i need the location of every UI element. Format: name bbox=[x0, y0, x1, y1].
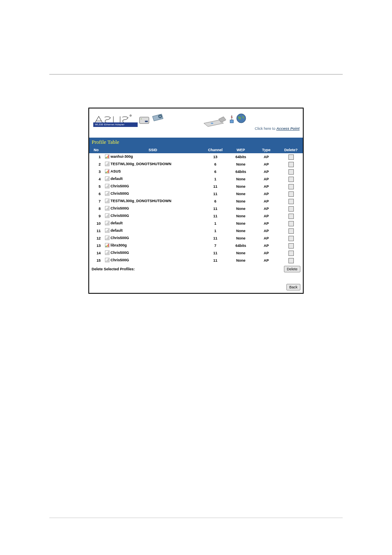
signal-icon bbox=[105, 243, 110, 248]
access-point-link[interactable]: Access Point bbox=[276, 127, 300, 131]
cell-channel: 13 bbox=[203, 153, 228, 161]
cell-channel: 6 bbox=[203, 198, 228, 205]
delete-checkbox[interactable] bbox=[288, 221, 294, 226]
ssid-link[interactable]: libra300g bbox=[111, 243, 127, 247]
delete-checkbox[interactable] bbox=[288, 251, 294, 256]
signal-icon bbox=[105, 169, 110, 174]
delete-checkbox[interactable] bbox=[288, 162, 294, 167]
cell-ssid: Chris500G bbox=[103, 235, 203, 242]
delete-checkbox[interactable] bbox=[288, 199, 294, 204]
table-row: 2 TESTWL300g_DONOTSHUTDOWN6NoneAP bbox=[89, 161, 303, 168]
cell-delete bbox=[279, 249, 303, 257]
cell-ssid: Chris500G bbox=[103, 212, 203, 220]
col-delete: Delete? bbox=[279, 147, 303, 153]
svg-rect-34 bbox=[108, 192, 109, 196]
cell-wep: None bbox=[228, 175, 254, 183]
delete-checkbox[interactable] bbox=[288, 169, 294, 175]
svg-rect-58 bbox=[108, 237, 109, 240]
cell-type: AP bbox=[254, 212, 279, 220]
top-divider bbox=[49, 74, 343, 75]
globe-icon bbox=[236, 113, 246, 123]
cell-no: 13 bbox=[89, 242, 103, 249]
delete-checkbox[interactable] bbox=[288, 236, 294, 241]
svg-rect-44 bbox=[106, 216, 106, 218]
signal-icon bbox=[105, 213, 110, 218]
delete-checkbox[interactable] bbox=[288, 177, 294, 182]
svg-rect-54 bbox=[108, 229, 109, 233]
ssid-link[interactable]: Chris500G bbox=[111, 236, 129, 240]
cell-wep: 64bits bbox=[228, 153, 254, 161]
ssid-link[interactable]: Chris500G bbox=[111, 206, 129, 210]
svg-rect-56 bbox=[106, 239, 106, 240]
cell-type: AP bbox=[254, 183, 279, 190]
ap-tower-icon bbox=[229, 114, 235, 123]
ssid-link[interactable]: default bbox=[111, 221, 123, 225]
ssid-link[interactable]: Chris500G bbox=[111, 258, 129, 262]
ssid-link[interactable]: wanhui-300g bbox=[111, 154, 133, 159]
signal-icon bbox=[105, 176, 110, 181]
svg-rect-3 bbox=[145, 121, 148, 122]
cell-wep: None bbox=[228, 161, 254, 168]
table-row: 9 Chris500G11NoneAP bbox=[89, 212, 303, 220]
cell-no: 3 bbox=[89, 168, 103, 175]
svg-rect-21 bbox=[107, 171, 108, 173]
svg-point-10 bbox=[237, 114, 246, 123]
svg-rect-50 bbox=[108, 222, 109, 225]
cell-channel: 11 bbox=[203, 205, 228, 212]
cell-channel: 6 bbox=[203, 168, 228, 175]
delete-checkbox[interactable] bbox=[288, 214, 294, 219]
cell-no: 8 bbox=[89, 205, 103, 212]
cell-wep: None bbox=[228, 190, 254, 198]
delete-checkbox[interactable] bbox=[288, 206, 294, 212]
ssid-link[interactable]: Chris500G bbox=[111, 251, 129, 255]
delete-checkbox[interactable] bbox=[288, 258, 294, 263]
delete-checkbox[interactable] bbox=[288, 184, 294, 189]
svg-rect-33 bbox=[107, 193, 108, 195]
svg-rect-12 bbox=[106, 157, 106, 159]
delete-checkbox[interactable] bbox=[288, 228, 294, 234]
delete-checkbox[interactable] bbox=[288, 243, 294, 249]
cell-channel: 11 bbox=[203, 190, 228, 198]
ssid-link[interactable]: ASUS bbox=[111, 169, 121, 173]
svg-rect-60 bbox=[106, 246, 106, 247]
svg-rect-52 bbox=[106, 231, 106, 233]
svg-rect-46 bbox=[108, 214, 109, 218]
delete-checkbox[interactable] bbox=[288, 191, 294, 197]
delete-button[interactable]: Delete bbox=[284, 266, 300, 272]
svg-rect-26 bbox=[108, 177, 109, 181]
cell-type: AP bbox=[254, 168, 279, 175]
ssid-link[interactable]: default bbox=[111, 228, 123, 233]
cell-no: 14 bbox=[89, 249, 103, 257]
ssid-link[interactable]: default bbox=[111, 177, 123, 181]
cell-ssid: Chris500G bbox=[103, 183, 203, 190]
ssid-link[interactable]: Chris500G bbox=[111, 214, 129, 218]
ssid-link[interactable]: Chris500G bbox=[111, 191, 129, 196]
svg-rect-28 bbox=[106, 187, 106, 188]
signal-icon bbox=[105, 161, 110, 166]
cell-no: 6 bbox=[89, 190, 103, 198]
back-button[interactable]: Back bbox=[286, 284, 300, 290]
svg-rect-38 bbox=[108, 200, 109, 203]
cell-type: AP bbox=[254, 161, 279, 168]
access-point-link-wrap: Click here to Access Point bbox=[255, 127, 300, 131]
ssid-link[interactable]: TESTWL300g_DONOTSHUTDOWN bbox=[111, 162, 171, 166]
svg-point-6 bbox=[211, 123, 213, 124]
cell-no: 2 bbox=[89, 161, 103, 168]
svg-rect-61 bbox=[107, 245, 108, 247]
svg-rect-30 bbox=[108, 185, 109, 188]
svg-rect-48 bbox=[106, 224, 106, 225]
table-row: 3 ASUS664bitsAP bbox=[89, 168, 303, 175]
cell-no: 12 bbox=[89, 235, 103, 242]
svg-rect-14 bbox=[108, 155, 109, 159]
ssid-link[interactable]: Chris500G bbox=[111, 184, 129, 188]
svg-rect-40 bbox=[106, 209, 106, 210]
delete-checkbox[interactable] bbox=[288, 154, 294, 160]
cell-wep: 64bits bbox=[228, 168, 254, 175]
table-row: 6 Chris500G11NoneAP bbox=[89, 190, 303, 198]
svg-rect-64 bbox=[106, 253, 106, 255]
cell-ssid: Chris500G bbox=[103, 249, 203, 257]
signal-icon bbox=[105, 206, 110, 211]
ssid-link[interactable]: TESTWL300g_DONOTSHUTDOWN bbox=[111, 199, 171, 203]
cell-channel: 1 bbox=[203, 220, 228, 227]
cell-channel: 6 bbox=[203, 161, 228, 168]
